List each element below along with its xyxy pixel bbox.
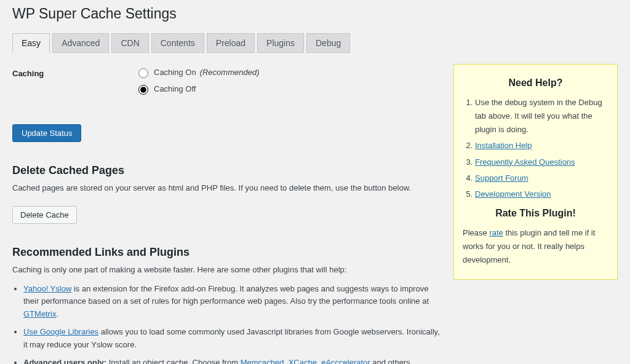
caching-label: Caching (12, 66, 135, 78)
delete-desc: Cached pages are stored on your server a… (12, 182, 441, 195)
update-status-button[interactable]: Update Status (12, 124, 81, 142)
tab-easy[interactable]: Easy (12, 33, 50, 53)
rec-item-yslow: Yahoo! Yslow is an extension for the Fir… (23, 283, 441, 321)
recommended-intro: Caching is only one part of making a web… (12, 264, 441, 277)
tab-plugins[interactable]: Plugins (257, 33, 304, 53)
caching-on-recommended: (Recommended) (200, 68, 260, 77)
help-sidebar: Need Help? Use the debug system in the D… (453, 64, 618, 280)
delete-cache-button[interactable]: Delete Cache (12, 206, 77, 224)
eaccelerator-link[interactable]: eAcccelerator (321, 358, 370, 364)
page-title: WP Super Cache Settings (12, 0, 618, 25)
help-item-debug: Use the debug system in the Debug tab ab… (475, 96, 608, 136)
support-forum-link[interactable]: Support Forum (475, 173, 528, 183)
development-version-link[interactable]: Development Version (475, 189, 551, 199)
tab-cdn[interactable]: CDN (111, 33, 148, 53)
yslow-end: . (56, 309, 58, 318)
rate-link[interactable]: rate (489, 228, 503, 237)
main-content: Caching Caching On (Recommended) Caching… (12, 66, 441, 364)
advanced-label: Advanced users only: (23, 358, 106, 364)
yslow-text1: is an extension for the Firefox add-on F… (23, 284, 429, 306)
faq-link[interactable]: Frequently Asked Questions (475, 157, 575, 167)
caching-on-row[interactable]: Caching On (Recommended) (135, 66, 441, 78)
rec-item-google-lib: Use Google Libraries allows you to load … (23, 326, 441, 352)
recommended-list: Yahoo! Yslow is an extension for the Fir… (12, 283, 441, 364)
installation-help-link[interactable]: Installation Help (475, 141, 532, 150)
caching-off-row[interactable]: Caching Off (135, 83, 441, 95)
caching-on-label: Caching On (154, 68, 196, 77)
advanced-text1: Install an object cache. Choose from (106, 358, 241, 364)
gtmetrix-link[interactable]: GTMetrix (23, 309, 56, 318)
google-lib-link[interactable]: Use Google Libraries (23, 327, 98, 336)
caching-on-radio[interactable] (138, 68, 148, 78)
tab-contents[interactable]: Contents (151, 33, 204, 53)
yslow-link[interactable]: Yahoo! Yslow (23, 284, 71, 293)
tab-preload[interactable]: Preload (207, 33, 255, 53)
rec-item-advanced: Advanced users only: Install an object c… (23, 357, 441, 364)
nav-tabs: Easy Advanced CDN Contents Preload Plugi… (12, 33, 618, 53)
xcache-link[interactable]: XCache (289, 358, 317, 364)
recommended-heading: Recommended Links and Plugins (12, 246, 441, 259)
memcached-link[interactable]: Memcached (241, 358, 284, 364)
caching-off-radio[interactable] (138, 85, 148, 95)
delete-heading: Delete Cached Pages (12, 164, 441, 177)
need-help-heading: Need Help? (463, 74, 608, 91)
caching-off-label: Caching Off (154, 84, 196, 93)
tab-debug[interactable]: Debug (306, 33, 350, 53)
advanced-text2: and others. (370, 358, 413, 364)
rate-plugin-text: Please rate this plugin and tell me if i… (463, 226, 608, 267)
rate-plugin-heading: Rate This Plugin! (463, 205, 608, 221)
tab-advanced[interactable]: Advanced (52, 33, 109, 53)
